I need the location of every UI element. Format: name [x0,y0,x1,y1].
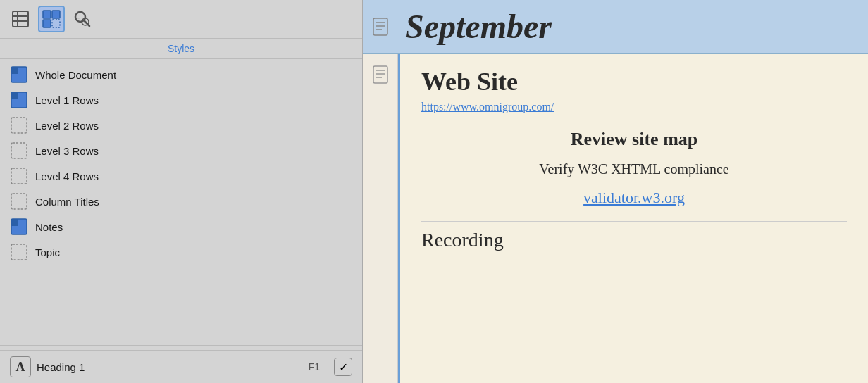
svg-rect-7 [52,20,60,27]
styles-tab[interactable]: Styles [0,39,362,59]
link2[interactable]: validator.w3.org [421,189,847,207]
level-4-rows-icon [10,167,28,185]
level-1-rows-icon [10,91,28,109]
content-area: Web Site https://www.omnigroup.com/ Revi… [363,54,868,383]
bold-text: Review site map [421,129,847,150]
column-titles-icon [10,192,28,211]
footer-bar: A Heading 1 F1 ✓ [0,350,362,383]
style-label: Level 2 Rows [35,120,99,132]
check-icon: ✓ [339,360,348,374]
style-item-topic[interactable]: Topic [0,239,362,265]
style-label: Whole Document [35,69,116,81]
whole-document-icon [10,65,28,84]
level-3-rows-icon [10,142,28,160]
svg-rect-15 [11,92,18,99]
font-icon: A [10,356,31,377]
notes-icon [10,218,28,236]
style-item-level-1-rows[interactable]: Level 1 Rows [0,87,362,113]
table-icon-button[interactable] [7,6,34,32]
header-area: September [363,0,868,54]
section-title: Web Site [421,67,847,96]
footer-shortcut: F1 [309,361,320,372]
svg-rect-4 [43,11,51,18]
header-title: September [398,7,552,46]
recording-text: Recording [421,221,847,251]
svg-rect-6 [43,20,51,27]
search-icon-button[interactable]: - [69,6,96,32]
right-panel: September Web Site https://www.omnigroup… [363,0,868,383]
svg-rect-13 [11,67,18,74]
content-icon-col [363,54,398,383]
svg-rect-19 [11,194,27,209]
svg-text:-: - [78,14,80,21]
content-doc-icon [373,65,388,87]
style-label: Notes [35,221,63,233]
style-list: Whole Document Level 1 Rows Level 2 Rows [0,59,362,341]
section-link[interactable]: https://www.omnigroup.com/ [421,101,847,113]
svg-rect-22 [11,244,27,260]
style-label: Level 3 Rows [35,145,99,157]
svg-rect-18 [11,168,27,184]
left-panel: - Styles Whole Document [0,0,363,383]
style-item-level-4-rows[interactable]: Level 4 Rows [0,163,362,189]
svg-rect-27 [373,66,388,83]
svg-rect-0 [13,11,28,27]
style-item-notes[interactable]: Notes [0,214,362,239]
style-label: Column Titles [35,196,99,208]
svg-rect-16 [11,118,27,133]
topic-icon [10,243,28,261]
style-label: Topic [35,246,60,258]
svg-rect-21 [11,219,18,226]
footer-label: Heading 1 [37,361,303,373]
divider [0,345,362,346]
styles-icon-button[interactable] [38,6,65,32]
style-item-level-2-rows[interactable]: Level 2 Rows [0,113,362,138]
svg-rect-23 [373,18,388,35]
svg-rect-5 [52,11,60,18]
style-item-level-3-rows[interactable]: Level 3 Rows [0,138,362,163]
style-item-whole-document[interactable]: Whole Document [0,62,362,87]
level-2-rows-icon [10,116,28,134]
style-item-column-titles[interactable]: Column Titles [0,189,362,214]
content-main: Web Site https://www.omnigroup.com/ Revi… [400,54,868,383]
style-label: Level 4 Rows [35,170,99,182]
normal-text: Verify W3C XHTML compliance [421,161,847,177]
svg-rect-17 [11,143,27,158]
style-label: Level 1 Rows [35,94,99,106]
check-button[interactable]: ✓ [334,358,352,376]
header-doc-icon [363,17,398,37]
toolbar: - [0,0,362,39]
styles-tab-label: Styles [168,43,194,54]
